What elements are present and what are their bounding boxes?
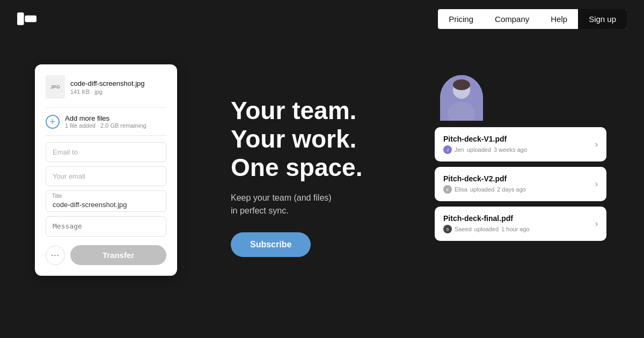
navbar: Pricing Company Help Sign up bbox=[0, 0, 644, 38]
file-card-3[interactable]: Pitch-deck-final.pdf S Saeed uploaded 1 … bbox=[435, 207, 606, 241]
file-card-name-3: Pitch-deck-final.pdf bbox=[443, 214, 530, 223]
svg-point-6 bbox=[453, 79, 470, 90]
file-card-name-2: Pitch-deck-V2.pdf bbox=[443, 174, 526, 183]
hero-subtitle: Keep your team (and files) in perfect sy… bbox=[231, 192, 392, 217]
file-card-time-1: 3 weeks ago bbox=[494, 146, 527, 153]
svg-rect-0 bbox=[17, 12, 24, 19]
file-card-info-2: Pitch-deck-V2.pdf E Elisa uploaded 2 day… bbox=[443, 174, 526, 194]
file-meta: 141 KB · jpg bbox=[70, 89, 145, 95]
file-thumbnail: JPG bbox=[46, 75, 65, 99]
add-files-meta: 1 file added · 2.0 GB remaining bbox=[65, 122, 147, 129]
file-card-name-1: Pitch-deck-V1.pdf bbox=[443, 135, 527, 143]
your-email-input[interactable] bbox=[46, 166, 166, 186]
message-field[interactable] bbox=[46, 216, 166, 237]
title-label: Title bbox=[52, 193, 62, 199]
chevron-right-icon-3: › bbox=[595, 219, 598, 229]
file-card-uploader-2: Elisa bbox=[455, 186, 467, 193]
file-card-meta-1: J Jen uploaded 3 weeks ago bbox=[443, 145, 527, 154]
add-files-label: Add more files bbox=[65, 114, 147, 122]
add-files-text: Add more files 1 file added · 2.0 GB rem… bbox=[65, 114, 147, 129]
file-card-uploader-3: Saeed bbox=[455, 226, 472, 232]
transfer-button[interactable]: Transfer bbox=[70, 245, 166, 265]
right-panel: Pitch-deck-V1.pdf J Jen uploaded 3 weeks… bbox=[435, 75, 606, 246]
title-input[interactable] bbox=[46, 190, 166, 212]
chevron-right-icon-2: › bbox=[595, 179, 598, 189]
uploader-dot-3: S bbox=[443, 225, 452, 233]
file-info: code-diff-screenshot.jpg 141 KB · jpg bbox=[70, 79, 145, 95]
nav-signup[interactable]: Sign up bbox=[578, 9, 627, 29]
avatar-row bbox=[435, 75, 606, 121]
uploader-dot-1: J bbox=[443, 145, 452, 154]
nav-pricing[interactable]: Pricing bbox=[438, 9, 484, 29]
panel-footer: ··· Transfer bbox=[46, 245, 166, 265]
email-to-input[interactable] bbox=[46, 142, 166, 162]
more-options-button[interactable]: ··· bbox=[46, 246, 65, 265]
file-card-time-3: 1 hour ago bbox=[501, 226, 530, 232]
file-card-uploader-1: Jen bbox=[455, 146, 464, 153]
upload-panel: JPG code-diff-screenshot.jpg 141 KB · jp… bbox=[35, 64, 177, 276]
file-name: code-diff-screenshot.jpg bbox=[70, 79, 145, 87]
nav-links: Pricing Company Help Sign up bbox=[438, 9, 627, 29]
file-card-info-1: Pitch-deck-V1.pdf J Jen uploaded 3 weeks… bbox=[443, 135, 527, 154]
logo[interactable] bbox=[17, 12, 36, 25]
divider-1 bbox=[46, 107, 166, 108]
file-card-info-3: Pitch-deck-final.pdf S Saeed uploaded 1 … bbox=[443, 214, 530, 233]
chevron-right-icon-1: › bbox=[595, 139, 598, 149]
add-files-row: + Add more files 1 file added · 2.0 GB r… bbox=[46, 114, 166, 129]
file-card-meta-3: S Saeed uploaded 1 hour ago bbox=[443, 225, 530, 233]
nav-company[interactable]: Company bbox=[484, 9, 540, 29]
hero-title: Your team. Your work. One space. bbox=[231, 97, 392, 182]
file-card-time-2: 2 days ago bbox=[497, 186, 526, 193]
title-wrapper: Title bbox=[46, 190, 166, 212]
file-item: JPG code-diff-screenshot.jpg 141 KB · jp… bbox=[46, 75, 166, 99]
file-card-meta-2: E Elisa uploaded 2 days ago bbox=[443, 185, 526, 194]
add-files-button[interactable]: + bbox=[46, 115, 60, 129]
hero-content: Your team. Your work. One space. Keep yo… bbox=[231, 97, 392, 257]
subscribe-button[interactable]: Subscribe bbox=[231, 232, 311, 257]
avatar bbox=[440, 75, 483, 121]
divider-2 bbox=[46, 135, 166, 136]
file-card-2[interactable]: Pitch-deck-V2.pdf E Elisa uploaded 2 day… bbox=[435, 167, 606, 201]
uploader-dot-2: E bbox=[443, 185, 452, 194]
nav-help[interactable]: Help bbox=[540, 9, 578, 29]
more-dots-icon: ··· bbox=[51, 251, 60, 260]
svg-rect-1 bbox=[17, 18, 24, 25]
file-card-1[interactable]: Pitch-deck-V1.pdf J Jen uploaded 3 weeks… bbox=[435, 127, 606, 161]
svg-rect-2 bbox=[25, 16, 36, 23]
